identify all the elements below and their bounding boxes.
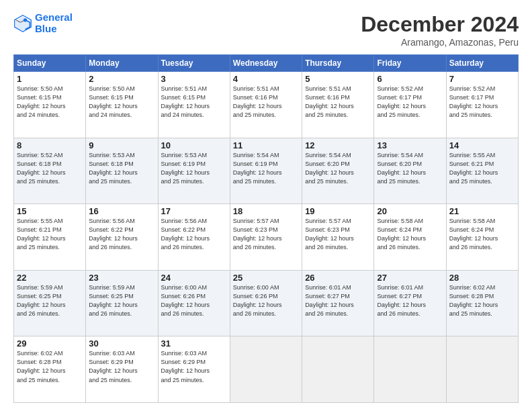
day-info: Sunrise: 5:59 AM Sunset: 6:25 PM Dayligh… xyxy=(17,283,83,318)
day-number: 15 xyxy=(17,206,83,216)
logo-text: General Blue xyxy=(35,12,73,34)
day-number: 9 xyxy=(89,140,154,150)
day-info: Sunrise: 5:54 AM Sunset: 6:19 PM Dayligh… xyxy=(233,151,299,186)
day-number: 27 xyxy=(377,273,443,283)
calendar-cell-9: 9Sunrise: 5:53 AM Sunset: 6:18 PM Daylig… xyxy=(86,138,158,204)
calendar-cell-3: 3Sunrise: 5:51 AM Sunset: 6:15 PM Daylig… xyxy=(158,72,230,138)
calendar-cell-26: 26Sunrise: 6:01 AM Sunset: 6:27 PM Dayli… xyxy=(302,270,374,336)
logo-icon xyxy=(13,14,32,33)
calendar-cell-18: 18Sunrise: 5:57 AM Sunset: 6:23 PM Dayli… xyxy=(230,204,302,271)
svg-point-2 xyxy=(24,18,27,21)
calendar-header-thursday: Thursday xyxy=(302,55,374,72)
calendar-cell-14: 14Sunrise: 5:55 AM Sunset: 6:21 PM Dayli… xyxy=(446,138,518,204)
day-info: Sunrise: 5:57 AM Sunset: 6:23 PM Dayligh… xyxy=(305,217,371,252)
day-info: Sunrise: 5:56 AM Sunset: 6:22 PM Dayligh… xyxy=(161,217,227,252)
calendar-week-5: 29Sunrise: 6:02 AM Sunset: 6:28 PM Dayli… xyxy=(14,336,519,403)
calendar-cell-19: 19Sunrise: 5:57 AM Sunset: 6:23 PM Dayli… xyxy=(302,204,374,271)
day-number: 2 xyxy=(89,74,154,84)
day-info: Sunrise: 5:52 AM Sunset: 6:18 PM Dayligh… xyxy=(17,151,83,186)
day-info: Sunrise: 5:55 AM Sunset: 6:21 PM Dayligh… xyxy=(17,217,83,252)
calendar-cell-29: 29Sunrise: 6:02 AM Sunset: 6:28 PM Dayli… xyxy=(14,336,86,403)
day-number: 14 xyxy=(449,140,515,150)
calendar-header-saturday: Saturday xyxy=(446,55,518,72)
day-number: 18 xyxy=(233,206,299,216)
calendar-cell-27: 27Sunrise: 6:01 AM Sunset: 6:27 PM Dayli… xyxy=(374,270,446,336)
calendar-cell-13: 13Sunrise: 5:54 AM Sunset: 6:20 PM Dayli… xyxy=(374,138,446,204)
day-info: Sunrise: 5:59 AM Sunset: 6:25 PM Dayligh… xyxy=(89,283,154,318)
subtitle: Aramango, Amazonas, Peru xyxy=(361,37,519,48)
day-info: Sunrise: 5:51 AM Sunset: 6:16 PM Dayligh… xyxy=(233,85,299,120)
calendar-cell-empty-3 xyxy=(230,336,302,403)
day-number: 11 xyxy=(233,140,299,150)
day-number: 5 xyxy=(305,74,371,84)
day-info: Sunrise: 5:58 AM Sunset: 6:24 PM Dayligh… xyxy=(449,217,515,252)
calendar-cell-31: 31Sunrise: 6:03 AM Sunset: 6:29 PM Dayli… xyxy=(158,336,230,403)
day-number: 24 xyxy=(161,273,227,283)
day-info: Sunrise: 6:02 AM Sunset: 6:28 PM Dayligh… xyxy=(17,349,83,384)
calendar-cell-22: 22Sunrise: 5:59 AM Sunset: 6:25 PM Dayli… xyxy=(14,270,86,336)
day-number: 4 xyxy=(233,74,299,84)
day-number: 26 xyxy=(305,273,371,283)
day-number: 21 xyxy=(449,206,515,216)
day-number: 28 xyxy=(449,273,515,283)
calendar-cell-empty-5 xyxy=(374,336,446,403)
day-info: Sunrise: 5:57 AM Sunset: 6:23 PM Dayligh… xyxy=(233,217,299,252)
day-number: 19 xyxy=(305,206,371,216)
calendar-cell-5: 5Sunrise: 5:51 AM Sunset: 6:16 PM Daylig… xyxy=(302,72,374,138)
calendar-cell-empty-6 xyxy=(446,336,518,403)
calendar-cell-16: 16Sunrise: 5:56 AM Sunset: 6:22 PM Dayli… xyxy=(86,204,158,271)
day-info: Sunrise: 5:50 AM Sunset: 6:15 PM Dayligh… xyxy=(89,85,154,120)
day-info: Sunrise: 5:51 AM Sunset: 6:16 PM Dayligh… xyxy=(305,85,371,120)
day-info: Sunrise: 6:01 AM Sunset: 6:27 PM Dayligh… xyxy=(377,283,443,318)
day-info: Sunrise: 5:54 AM Sunset: 6:20 PM Dayligh… xyxy=(377,151,443,186)
day-number: 12 xyxy=(305,140,371,150)
day-info: Sunrise: 6:03 AM Sunset: 6:29 PM Dayligh… xyxy=(89,349,154,384)
calendar-cell-30: 30Sunrise: 6:03 AM Sunset: 6:29 PM Dayli… xyxy=(86,336,158,403)
calendar-cell-15: 15Sunrise: 5:55 AM Sunset: 6:21 PM Dayli… xyxy=(14,204,86,271)
calendar-cell-4: 4Sunrise: 5:51 AM Sunset: 6:16 PM Daylig… xyxy=(230,72,302,138)
day-info: Sunrise: 6:01 AM Sunset: 6:27 PM Dayligh… xyxy=(305,283,371,318)
day-number: 1 xyxy=(17,74,83,84)
day-info: Sunrise: 5:50 AM Sunset: 6:15 PM Dayligh… xyxy=(17,85,83,120)
day-info: Sunrise: 5:55 AM Sunset: 6:21 PM Dayligh… xyxy=(449,151,515,186)
calendar-header-row: SundayMondayTuesdayWednesdayThursdayFrid… xyxy=(14,55,519,72)
day-number: 10 xyxy=(161,140,227,150)
calendar-cell-11: 11Sunrise: 5:54 AM Sunset: 6:19 PM Dayli… xyxy=(230,138,302,204)
day-number: 13 xyxy=(377,140,443,150)
logo-blue: Blue xyxy=(35,23,57,34)
logo: General Blue xyxy=(13,12,73,34)
day-info: Sunrise: 5:51 AM Sunset: 6:15 PM Dayligh… xyxy=(161,85,227,120)
calendar-header-monday: Monday xyxy=(86,55,158,72)
day-number: 20 xyxy=(377,206,443,216)
calendar-cell-23: 23Sunrise: 5:59 AM Sunset: 6:25 PM Dayli… xyxy=(86,270,158,336)
day-number: 30 xyxy=(89,338,154,349)
day-number: 3 xyxy=(161,74,227,84)
calendar-cell-10: 10Sunrise: 5:53 AM Sunset: 6:19 PM Dayli… xyxy=(158,138,230,204)
day-number: 17 xyxy=(161,206,227,216)
day-info: Sunrise: 5:53 AM Sunset: 6:18 PM Dayligh… xyxy=(89,151,154,186)
calendar-cell-12: 12Sunrise: 5:54 AM Sunset: 6:20 PM Dayli… xyxy=(302,138,374,204)
day-info: Sunrise: 5:56 AM Sunset: 6:22 PM Dayligh… xyxy=(89,217,154,252)
day-info: Sunrise: 5:52 AM Sunset: 6:17 PM Dayligh… xyxy=(449,85,515,120)
day-number: 22 xyxy=(17,273,83,283)
calendar-week-1: 1Sunrise: 5:50 AM Sunset: 6:15 PM Daylig… xyxy=(14,72,519,138)
calendar-cell-8: 8Sunrise: 5:52 AM Sunset: 6:18 PM Daylig… xyxy=(14,138,86,204)
calendar-header-sunday: Sunday xyxy=(14,55,86,72)
day-number: 7 xyxy=(449,74,515,84)
logo-general: General xyxy=(35,11,73,23)
day-info: Sunrise: 6:00 AM Sunset: 6:26 PM Dayligh… xyxy=(161,283,227,318)
header: General Blue December 2024 Aramango, Ama… xyxy=(13,12,519,48)
day-info: Sunrise: 6:03 AM Sunset: 6:29 PM Dayligh… xyxy=(161,349,227,384)
day-info: Sunrise: 6:02 AM Sunset: 6:28 PM Dayligh… xyxy=(449,283,515,318)
calendar-header-wednesday: Wednesday xyxy=(230,55,302,72)
calendar-header-friday: Friday xyxy=(374,55,446,72)
day-number: 23 xyxy=(89,273,154,283)
calendar-table: SundayMondayTuesdayWednesdayThursdayFrid… xyxy=(13,54,519,403)
day-number: 8 xyxy=(17,140,83,150)
day-number: 6 xyxy=(377,74,443,84)
day-info: Sunrise: 5:58 AM Sunset: 6:24 PM Dayligh… xyxy=(377,217,443,252)
calendar-cell-28: 28Sunrise: 6:02 AM Sunset: 6:28 PM Dayli… xyxy=(446,270,518,336)
calendar-week-2: 8Sunrise: 5:52 AM Sunset: 6:18 PM Daylig… xyxy=(14,138,519,204)
calendar-cell-20: 20Sunrise: 5:58 AM Sunset: 6:24 PM Dayli… xyxy=(374,204,446,271)
calendar-week-4: 22Sunrise: 5:59 AM Sunset: 6:25 PM Dayli… xyxy=(14,270,519,336)
